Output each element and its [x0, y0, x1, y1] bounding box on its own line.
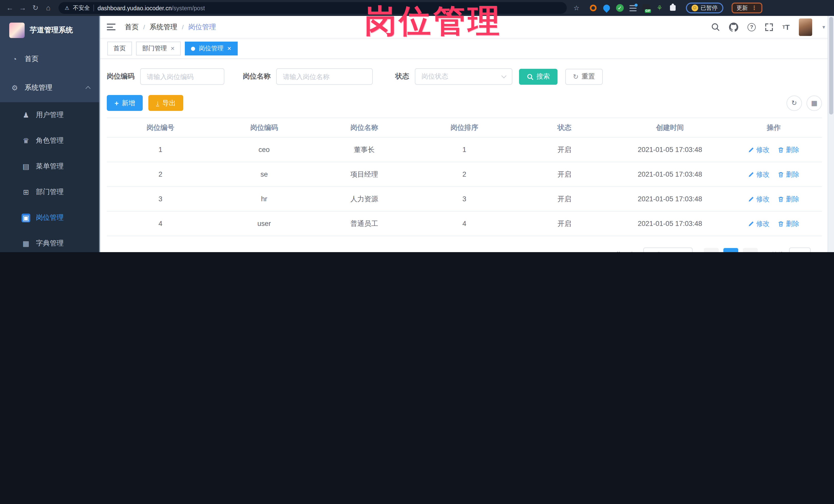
sidebar-item-label: 用户管理: [36, 110, 64, 119]
edit-link[interactable]: 修改: [748, 170, 770, 179]
sidebar-toggle-icon[interactable]: [107, 24, 115, 30]
download-icon: ↓: [156, 100, 159, 106]
cell-actions: 修改删除: [725, 211, 822, 236]
sidebar-item-post-management[interactable]: ▣ 岗位管理: [0, 205, 100, 231]
extension-gif-icon[interactable]: GIF: [642, 4, 650, 12]
cell-actions: 修改删除: [725, 187, 822, 211]
reset-button[interactable]: ↻ 重置: [565, 69, 603, 85]
search-button[interactable]: 搜索: [519, 69, 557, 85]
goto-page-input[interactable]: [789, 247, 811, 252]
extension-sliders-icon[interactable]: [629, 4, 637, 12]
header-actions: ? TT ▼: [711, 18, 826, 36]
cell-sort: 3: [414, 187, 514, 211]
column-settings-button[interactable]: ▦: [807, 95, 822, 111]
column-header: 操作: [725, 118, 822, 137]
cell-status: 开启: [514, 211, 615, 236]
menu-icon: ▤: [22, 162, 30, 171]
sidebar-item-menu-management[interactable]: ▤ 菜单管理: [0, 154, 100, 179]
user-avatar[interactable]: [799, 18, 812, 36]
chevron-down-icon: [501, 73, 506, 78]
delete-link[interactable]: 删除: [778, 170, 799, 179]
breadcrumb-system[interactable]: 系统管理: [150, 22, 177, 31]
column-header: 岗位排序: [414, 118, 514, 137]
prev-page-button[interactable]: ‹: [704, 248, 719, 252]
screen: ← → ↻ ⌂ ⚠ 不安全 dashboard.yudao.iocoder.cn…: [0, 0, 834, 252]
sidebar-item-label: 角色管理: [36, 136, 64, 145]
sidebar-item-home[interactable]: ◔ 首页: [0, 45, 100, 73]
sidebar-item-user-management[interactable]: ♟ 用户管理: [0, 102, 100, 128]
export-button[interactable]: ↓ 导出: [148, 95, 183, 111]
tab-home[interactable]: 首页: [107, 42, 132, 56]
post-code-label: 岗位编码: [107, 72, 134, 81]
close-icon[interactable]: ✕: [227, 46, 232, 51]
delete-link[interactable]: 删除: [778, 219, 799, 228]
sidebar-item-system-management[interactable]: ⚙ 系统管理: [0, 73, 100, 102]
search-form: 岗位编码 岗位名称 状态 岗位状态 搜索 ↻ 重置: [107, 68, 822, 85]
page-size-value: 10条/页: [649, 250, 672, 252]
page-size-select[interactable]: 10条/页: [643, 247, 693, 252]
sidebar-item-dictionary-management[interactable]: ▦ 字典管理: [0, 231, 100, 252]
sidebar-item-label: 字典管理: [36, 239, 64, 248]
page-unit-label: 页: [815, 250, 822, 252]
current-page[interactable]: 1: [723, 248, 738, 252]
breadcrumb-home[interactable]: 首页: [125, 22, 139, 31]
fullscreen-icon[interactable]: [765, 23, 773, 31]
add-button[interactable]: + 新增: [107, 95, 143, 111]
extension-plant-icon[interactable]: ⚘: [655, 4, 663, 12]
scrollbar-thumb[interactable]: [829, 17, 833, 114]
cell-name: 普通员工: [314, 211, 414, 236]
search-icon[interactable]: [711, 23, 720, 31]
edit-link[interactable]: 修改: [748, 145, 770, 154]
cell-code: hr: [214, 187, 314, 211]
refresh-icon: ↻: [791, 99, 797, 107]
home-icon[interactable]: ⌂: [44, 0, 53, 16]
cell-status: 开启: [514, 137, 615, 162]
page-scrollbar[interactable]: [828, 16, 834, 252]
reload-icon[interactable]: ↻: [31, 0, 40, 16]
font-size-icon[interactable]: TT: [783, 23, 790, 31]
delete-link[interactable]: 删除: [778, 194, 799, 204]
github-icon[interactable]: [729, 22, 738, 31]
app-logo-row[interactable]: 芋道管理系统: [0, 16, 100, 45]
cell-name: 人力资源: [314, 187, 414, 211]
avatar-caret-down-icon[interactable]: ▼: [821, 24, 826, 29]
breadcrumb-separator: /: [182, 23, 184, 30]
delete-link[interactable]: 删除: [778, 145, 799, 154]
back-icon[interactable]: ←: [5, 0, 14, 16]
cell-created: 2021-01-05 17:03:48: [615, 187, 725, 211]
status-select[interactable]: 岗位状态: [415, 68, 512, 85]
cell-code: ceo: [214, 137, 314, 162]
paused-badge[interactable]: ☺ 已暂停: [686, 3, 723, 13]
add-button-label: 新增: [122, 98, 135, 108]
tab-post-management[interactable]: 岗位管理 ✕: [185, 42, 238, 56]
forward-icon[interactable]: →: [18, 0, 27, 16]
trash-icon: [778, 147, 784, 153]
sidebar-item-department-management[interactable]: ⊞ 部门管理: [0, 179, 100, 205]
url-path: /system/post: [172, 5, 205, 11]
cell-created: 2021-01-05 17:03:48: [615, 162, 725, 187]
status-select-placeholder: 岗位状态: [421, 72, 448, 81]
edit-link[interactable]: 修改: [748, 194, 770, 204]
browser-menu-icon[interactable]: ⋮: [751, 5, 757, 11]
page-url: dashboard.yudao.iocoder.cn/system/post: [97, 5, 205, 11]
browser-update-button[interactable]: 更新 ⋮: [731, 3, 762, 13]
breadcrumb: 首页 / 系统管理 / 岗位管理: [125, 22, 216, 31]
post-name-input[interactable]: [276, 68, 373, 85]
sidebar-item-role-management[interactable]: ♛ 角色管理: [0, 128, 100, 154]
table-toolbar: + 新增 ↓ 导出 ↻ ▦: [107, 95, 822, 111]
next-page-button[interactable]: ›: [743, 248, 758, 252]
extension-pin-icon[interactable]: [602, 4, 611, 12]
plus-icon: +: [114, 100, 118, 107]
pencil-icon: [748, 171, 754, 177]
refresh-table-button[interactable]: ↻: [787, 95, 802, 111]
post-name-label: 岗位名称: [243, 72, 270, 81]
tab-department-management[interactable]: 部门管理 ✕: [136, 42, 181, 56]
edit-link[interactable]: 修改: [748, 219, 770, 228]
bookmark-star-icon[interactable]: ☆: [573, 4, 579, 12]
extension-ring-icon[interactable]: [589, 4, 597, 12]
extension-check-icon[interactable]: ✓: [616, 4, 623, 12]
close-icon[interactable]: ✕: [171, 46, 175, 51]
post-code-input[interactable]: [140, 68, 224, 85]
extensions-puzzle-icon[interactable]: [669, 4, 677, 12]
help-icon[interactable]: ?: [747, 23, 756, 31]
